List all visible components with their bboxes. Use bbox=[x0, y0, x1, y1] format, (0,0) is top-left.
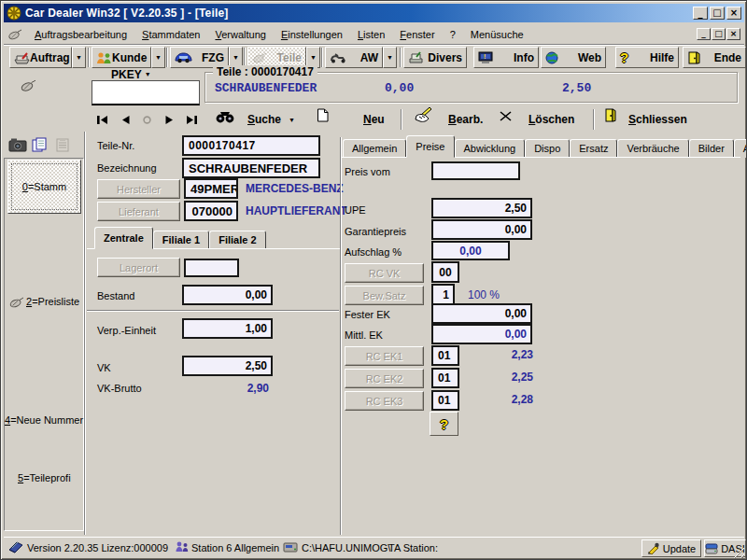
hersteller-code-field[interactable]: 49PMER bbox=[184, 178, 238, 199]
car-icon bbox=[175, 51, 192, 63]
exit-door-icon bbox=[687, 51, 700, 64]
sidebar-item-teileprofi[interactable]: 5=Teileprofi bbox=[18, 472, 71, 483]
web-button[interactable]: Web bbox=[541, 47, 606, 68]
hersteller-button: Hersteller bbox=[97, 179, 180, 199]
bestand-field[interactable]: 0,00 bbox=[182, 285, 273, 305]
auftrag-button[interactable]: Auftrag bbox=[9, 47, 72, 68]
actionbar-separator bbox=[593, 109, 595, 130]
auftrag-dropdown[interactable]: ▼ bbox=[72, 47, 86, 68]
info-button[interactable]: ! Info bbox=[473, 47, 539, 68]
tab-zentrale[interactable]: Zentrale bbox=[94, 227, 153, 249]
update-button[interactable]: Update bbox=[641, 539, 701, 557]
tab-verbraeuche[interactable]: Verbräuche bbox=[617, 139, 688, 158]
sidebar-item-preisliste[interactable]: 2=Preisliste bbox=[26, 296, 79, 307]
menu-stammdaten[interactable]: Stammdaten bbox=[135, 27, 206, 42]
close-button[interactable]: × bbox=[726, 7, 741, 20]
neu-button[interactable]: Neu bbox=[363, 113, 385, 126]
tab-filiale-2[interactable]: Filiale 2 bbox=[209, 231, 265, 249]
tab-abverkauf[interactable]: Abverkauf bbox=[734, 139, 747, 158]
tab-preise[interactable]: Preise bbox=[406, 135, 454, 158]
menu-help[interactable]: ? bbox=[444, 27, 462, 42]
suche-button[interactable]: Suche bbox=[247, 113, 281, 126]
sidebar-item-neue-nummer[interactable]: 4=Neue Nummer bbox=[5, 414, 83, 426]
pkey-selector[interactable]: PKEY ▼ bbox=[111, 68, 151, 81]
menu-fenster[interactable]: Fenster bbox=[393, 27, 441, 42]
previous-record-button[interactable] bbox=[114, 109, 135, 130]
price-help-button[interactable]: ? bbox=[430, 412, 458, 436]
garantiepreis-field[interactable]: 0,00 bbox=[431, 219, 532, 240]
menu-listen[interactable]: Listen bbox=[351, 27, 391, 42]
next-record-button[interactable] bbox=[159, 109, 180, 130]
bew-satz-field[interactable]: 1 bbox=[431, 284, 455, 305]
record-indicator bbox=[136, 109, 158, 130]
maximize-button[interactable]: □ bbox=[710, 7, 725, 20]
rc-vk-field[interactable]: 00 bbox=[431, 261, 459, 283]
tab-bilder[interactable]: Bilder bbox=[689, 139, 734, 158]
delete-x-icon[interactable] bbox=[499, 110, 513, 122]
toolbar-separator bbox=[88, 48, 90, 67]
kunde-dropdown[interactable]: ▼ bbox=[151, 47, 165, 68]
edit-hand-icon[interactable] bbox=[413, 107, 433, 123]
rc-vk-button: RC VK bbox=[345, 263, 424, 283]
vk-field[interactable]: 2,50 bbox=[182, 356, 273, 376]
status-bar: Version 2.20.35 Lizenz:000009 Station 6 … bbox=[4, 537, 744, 558]
bezeichnung-field[interactable]: SCHRAUBENFEDER bbox=[182, 158, 320, 178]
tab-filiale-1[interactable]: Filiale 1 bbox=[153, 231, 209, 249]
path-drive-icon bbox=[283, 540, 299, 553]
minimize-button[interactable]: _ bbox=[693, 7, 708, 20]
fester-ek-field[interactable]: 0,00 bbox=[431, 303, 532, 324]
mdi-close-button[interactable]: × bbox=[726, 28, 740, 40]
mittl-ek-field[interactable]: 0,00 bbox=[431, 324, 532, 344]
menu-verwaltung[interactable]: Verwaltung bbox=[208, 27, 272, 42]
tab-abwicklung[interactable]: Abwicklung bbox=[455, 139, 526, 158]
tab-ersatz[interactable]: Ersatz bbox=[570, 139, 617, 158]
sidebar-item-stamm[interactable]: 0=Stamm bbox=[7, 160, 81, 214]
main-toolbar: Auftrag ▼ Kunde ▼ FZG ▼ Teile ▼ AW ▼ bbox=[4, 46, 744, 69]
upe-field[interactable]: 2,50 bbox=[431, 198, 532, 218]
tab-allgemein[interactable]: Allgemein bbox=[343, 139, 406, 158]
lieferant-code-field[interactable]: 070000 bbox=[184, 201, 238, 221]
menu-menuesuche[interactable]: Menüsuche bbox=[464, 27, 530, 42]
mdi-minimize-button[interactable]: _ bbox=[697, 28, 711, 40]
divers-button[interactable]: Divers bbox=[403, 47, 467, 68]
tab-dispo[interactable]: Dispo bbox=[525, 139, 570, 158]
lagerort-field[interactable] bbox=[184, 259, 239, 277]
printer-icon bbox=[408, 51, 424, 63]
bew-satz-button: Bew.Satz bbox=[345, 286, 424, 305]
camera-icon[interactable] bbox=[8, 137, 27, 152]
verp-einheit-label: Verp.-Einheit bbox=[97, 325, 156, 336]
part-name-display: SCHRAUBENFEDER bbox=[215, 81, 317, 95]
close-door-icon[interactable] bbox=[604, 108, 616, 122]
hilfe-button[interactable]: ? Hilfe bbox=[615, 47, 679, 68]
toolbar-separator bbox=[166, 48, 168, 67]
aw-dropdown[interactable]: ▼ bbox=[383, 47, 397, 68]
teile-nr-label: Teile-Nr. bbox=[97, 140, 134, 151]
menu-einstellungen[interactable]: Einstellungen bbox=[275, 27, 349, 42]
aufschlag-field[interactable]: 0,00 bbox=[431, 241, 510, 260]
mouse-icon bbox=[20, 79, 36, 92]
part-header-title: Teile : 0000170417 bbox=[213, 65, 317, 78]
bearb-button[interactable]: Bearb. bbox=[448, 113, 483, 126]
section-divider bbox=[87, 310, 339, 312]
kunde-button[interactable]: Kunde bbox=[92, 47, 151, 68]
pkey-input[interactable] bbox=[92, 80, 200, 105]
rc-ek2-value: 2,25 bbox=[449, 371, 533, 384]
last-record-button[interactable] bbox=[181, 109, 203, 130]
teile-nr-field[interactable]: 0000170417 bbox=[182, 135, 320, 156]
loeschen-button[interactable]: Löschen bbox=[529, 113, 574, 126]
mdi-restore-button[interactable]: □ bbox=[712, 28, 726, 40]
schliessen-button[interactable]: Schliessen bbox=[628, 113, 687, 126]
binoculars-icon[interactable] bbox=[216, 110, 234, 123]
svg-text:!: ! bbox=[484, 53, 486, 60]
ende-button[interactable]: Ende bbox=[683, 47, 746, 68]
app-icon bbox=[7, 6, 21, 21]
verp-einheit-field[interactable]: 1,00 bbox=[182, 318, 273, 339]
copy-icon[interactable] bbox=[32, 137, 48, 152]
first-record-button[interactable] bbox=[92, 109, 113, 130]
aw-button[interactable]: AW bbox=[325, 47, 383, 68]
new-document-icon[interactable] bbox=[317, 108, 329, 122]
preis-vom-field[interactable] bbox=[431, 161, 520, 180]
vk-brutto-label: VK-Brutto bbox=[97, 383, 142, 394]
suche-dropdown[interactable]: ▼ bbox=[289, 117, 295, 123]
menu-auftragsbearbeitung[interactable]: Auftragsbearbeitung bbox=[28, 27, 134, 42]
